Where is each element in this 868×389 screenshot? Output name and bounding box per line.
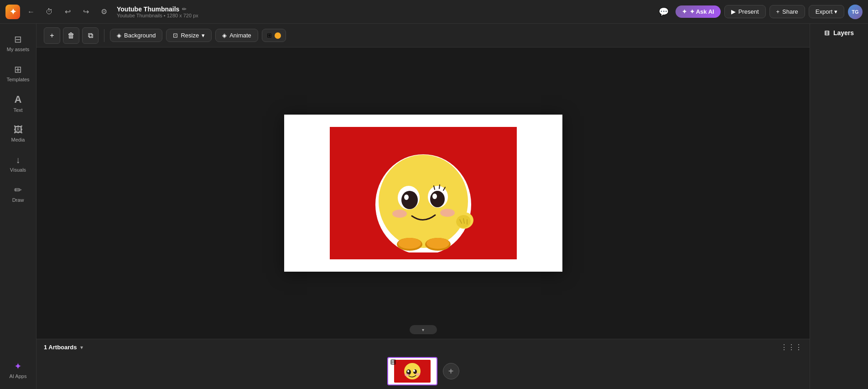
resize-label: Resize — [181, 32, 199, 39]
thumbnail-row: 1 — [36, 355, 810, 387]
layers-header: ⊟ Layers — [819, 29, 859, 37]
svg-point-9 — [430, 191, 445, 207]
present-button[interactable]: ▶ Present — [724, 5, 766, 18]
resize-button[interactable]: ⊡ Resize ▾ — [166, 29, 212, 42]
collapse-button[interactable]: ▾ — [410, 325, 437, 334]
export-button[interactable]: Export ▾ — [809, 5, 844, 18]
present-icon: ▶ — [731, 8, 736, 15]
ask-ai-icon: ✦ — [682, 8, 687, 15]
main-area: ⊟ My assets ⊞ Templates A Text 🖼 Media ↓… — [0, 24, 868, 389]
svg-point-11 — [432, 194, 437, 199]
draw-icon: ✏ — [14, 184, 22, 195]
right-sidebar: ⊟ Layers — [810, 24, 868, 389]
sidebar-item-label: Visuals — [10, 167, 26, 173]
sidebar-item-templates[interactable]: ⊞ Templates — [2, 58, 35, 88]
delete-button[interactable]: 🗑 — [63, 27, 79, 44]
svg-point-28 — [416, 373, 420, 376]
back-button[interactable]: ← — [24, 5, 38, 19]
topbar: ✦ ← ⏱ ↩ ↪ ⚙ Youtube Thumbnails ✏ Youtube… — [0, 0, 868, 24]
svg-point-26 — [413, 370, 415, 372]
svg-point-12 — [392, 210, 407, 218]
toolbar-actions: + 🗑 ⧉ — [44, 27, 99, 44]
background-label: Background — [124, 32, 156, 39]
sidebar-item-label: Draw — [12, 197, 24, 203]
undo-button[interactable]: ↩ — [60, 5, 75, 19]
sidebar-item-text[interactable]: A Text — [2, 89, 35, 118]
sidebar-item-visuals[interactable]: ↓ Visuals — [2, 149, 35, 178]
share-icon: + — [776, 8, 780, 15]
magic-button[interactable]: ⊞ — [262, 29, 286, 42]
svg-line-20 — [439, 185, 440, 189]
sidebar-item-label: Media — [11, 137, 25, 142]
artboards-label: 1 Artboards — [44, 344, 77, 351]
center-panel: + 🗑 ⧉ ◈ Background ⊡ Resize ▾ ◈ Animate … — [36, 24, 810, 389]
history-button[interactable]: ⏱ — [42, 5, 57, 19]
toolbar: + 🗑 ⧉ ◈ Background ⊡ Resize ▾ ◈ Animate … — [36, 24, 810, 47]
settings-button[interactable]: ⚙ — [97, 5, 111, 19]
svg-point-1 — [379, 155, 468, 248]
layers-icon: ⊟ — [824, 29, 830, 37]
templates-icon: ⊞ — [14, 64, 22, 75]
avatar[interactable]: TG — [848, 5, 863, 19]
sidebar-item-draw[interactable]: ✏ Draw — [2, 179, 35, 208]
add-button[interactable]: + — [44, 27, 60, 44]
canvas-image — [330, 127, 517, 259]
present-label: Present — [738, 8, 759, 15]
topbar-right: 💬 ✦ ✦ Ask AI ▶ Present + Share Export ▾ … — [655, 4, 863, 20]
media-icon: 🖼 — [14, 125, 23, 135]
animate-label: Animate — [229, 32, 251, 39]
svg-point-4 — [398, 238, 421, 249]
sidebar-item-label: AI Apps — [10, 373, 27, 379]
magic-dot — [275, 32, 281, 39]
grid-icon[interactable]: ⋮⋮⋮ — [780, 343, 802, 352]
svg-point-10 — [404, 194, 409, 200]
svg-point-8 — [401, 191, 418, 209]
sidebar-item-media[interactable]: 🖼 Media — [2, 119, 35, 148]
svg-point-13 — [440, 209, 455, 217]
sidebar-item-label: Text — [13, 107, 22, 113]
share-button[interactable]: + Share — [769, 5, 805, 18]
sidebar-item-ai-apps[interactable]: ✦ AI Apps — [2, 355, 35, 384]
project-title: Youtube Thumbnails — [117, 5, 179, 13]
my-assets-icon: ⊟ — [14, 34, 22, 45]
thumbnail-1[interactable]: 1 — [387, 357, 437, 385]
app-logo: ✦ — [5, 5, 20, 19]
duplicate-button[interactable]: ⧉ — [82, 27, 99, 44]
bottom-bar: 1 Artboards ▾ ⋮⋮⋮ 1 — [36, 339, 810, 389]
sidebar-item-my-assets[interactable]: ⊟ My assets — [2, 28, 35, 58]
animate-button[interactable]: ◈ Animate — [215, 29, 258, 42]
ask-ai-label: ✦ Ask AI — [690, 8, 714, 15]
comment-button[interactable]: 💬 — [655, 4, 672, 20]
ask-ai-button[interactable]: ✦ ✦ Ask AI — [676, 5, 721, 18]
title-area: Youtube Thumbnails ✏ Youtube Thumbnails … — [117, 5, 198, 18]
share-label: Share — [782, 8, 798, 15]
background-button[interactable]: ◈ Background — [110, 29, 162, 42]
svg-point-25 — [407, 370, 409, 373]
ai-apps-icon: ✦ — [14, 361, 22, 372]
layers-label: Layers — [833, 29, 854, 37]
svg-point-5 — [426, 238, 449, 249]
project-subtitle: Youtube Thumbnails • 1280 x 720 px — [117, 13, 198, 18]
thumbnail-character — [399, 362, 426, 380]
character-svg — [350, 134, 496, 252]
edit-icon: ✏ — [182, 6, 187, 12]
add-artboard-button[interactable]: + — [443, 363, 459, 379]
canvas-wrapper: ▾ — [36, 47, 810, 339]
canvas[interactable] — [284, 115, 562, 272]
toolbar-divider — [104, 29, 104, 42]
thumbnail-inner — [394, 360, 431, 383]
bottom-bar-header: 1 Artboards ▾ ⋮⋮⋮ — [36, 339, 810, 355]
collapse-icon: ▾ — [422, 327, 424, 332]
background-icon: ◈ — [117, 32, 121, 39]
visuals-icon: ↓ — [16, 155, 21, 165]
left-sidebar: ⊟ My assets ⊞ Templates A Text 🖼 Media ↓… — [0, 24, 36, 389]
sidebar-item-label: My assets — [7, 47, 30, 52]
resize-chevron-icon: ▾ — [202, 32, 205, 39]
artboards-chevron-icon[interactable]: ▾ — [80, 344, 83, 351]
svg-point-27 — [405, 373, 409, 376]
resize-icon: ⊡ — [173, 32, 178, 39]
redo-button[interactable]: ↪ — [78, 5, 93, 19]
animate-icon: ◈ — [222, 32, 227, 39]
text-icon: A — [15, 94, 22, 105]
sidebar-item-label: Templates — [6, 77, 29, 82]
